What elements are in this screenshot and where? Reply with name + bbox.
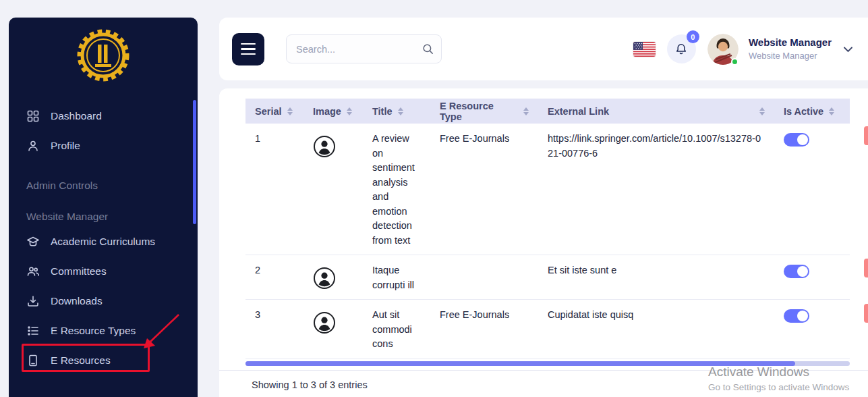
watermark-line1: Activate Windows: [708, 365, 849, 379]
profile-icon: [26, 139, 40, 153]
person-placeholder-icon: [313, 267, 336, 290]
sidebar-item-label: Academic Curriculums: [51, 236, 155, 248]
column-header-external-link[interactable]: External Link: [538, 99, 774, 124]
sort-icon: [523, 107, 529, 115]
table-header-row: Serial Image Title E Resource Type Exter…: [245, 99, 850, 124]
notification-count-badge: 0: [687, 30, 699, 43]
column-header-is-active[interactable]: Is Active: [774, 99, 850, 124]
cell-external-link: Cupidatat iste quisq: [538, 300, 774, 359]
notification-area: 0: [667, 34, 696, 63]
sidebar-item-label: Profile: [51, 140, 80, 152]
column-header-type[interactable]: E Resource Type: [430, 99, 538, 124]
cell-title: Aut sit commodi cons: [363, 300, 430, 359]
user-avatar-area: [707, 34, 739, 65]
cell-serial: 1: [245, 124, 303, 255]
cell-title: A review on sentiment analysis and emoti…: [363, 124, 430, 255]
sort-icon: [829, 107, 834, 115]
sidebar-item-label: Downloads: [51, 295, 103, 307]
user-role: Website Manager: [749, 51, 832, 61]
sidebar-item-label: E Resources: [51, 354, 111, 367]
sidebar-item-dashboard[interactable]: Dashboard: [26, 101, 180, 131]
cell-type: [430, 255, 538, 300]
cell-type: Free E-Journals: [430, 300, 538, 359]
is-active-toggle[interactable]: [784, 265, 809, 278]
table-row: 2 Itaque corrupti ill Et sit iste sunt e: [245, 255, 850, 300]
sidebar-item-e-resources[interactable]: E Resources: [26, 346, 180, 375]
cell-is-active: [774, 255, 850, 300]
sort-icon: [287, 107, 293, 115]
cell-image: [303, 300, 363, 359]
cell-external-link: https://link.springer.com/article/10.100…: [538, 124, 774, 255]
table-row: 3 Aut sit commodi cons Free E-Journals C…: [245, 300, 850, 359]
download-icon: [26, 294, 40, 308]
person-placeholder-icon: [313, 135, 336, 158]
cell-image: [303, 124, 363, 255]
main-content: Serial Image Title E Resource Type Exter…: [219, 88, 868, 397]
language-flag-us[interactable]: [633, 42, 656, 57]
dashboard-icon: [26, 109, 40, 123]
is-active-toggle[interactable]: [784, 133, 809, 147]
row-action-button-partial[interactable]: [864, 259, 868, 277]
activate-windows-watermark: Activate Windows Go to Settings to activ…: [708, 365, 849, 392]
users-icon: [26, 265, 40, 278]
e-resources-table: Serial Image Title E Resource Type Exter…: [245, 99, 850, 359]
menu-toggle-button[interactable]: [232, 33, 264, 65]
cell-is-active: [774, 124, 850, 255]
section-website-manager: Website Manager: [26, 211, 180, 223]
table-row: 1 A review on sentiment analysis and emo…: [245, 124, 850, 255]
chevron-down-icon[interactable]: [843, 46, 853, 53]
graduation-cap-icon: [26, 235, 40, 248]
online-status-dot: [731, 58, 739, 65]
cell-title: Itaque corrupti ill: [363, 255, 430, 300]
search-box: [286, 34, 442, 63]
sidebar: Dashboard Profile Admin Controls Website…: [9, 18, 198, 397]
sidebar-item-label: Committees: [51, 265, 107, 277]
sidebar-item-e-resource-types[interactable]: E Resource Types: [26, 316, 180, 346]
column-header-title[interactable]: Title: [363, 99, 430, 124]
user-text: Website Manager Website Manager: [749, 36, 832, 61]
cell-is-active: [774, 300, 850, 359]
column-header-serial[interactable]: Serial: [245, 99, 303, 124]
sidebar-item-downloads[interactable]: Downloads: [26, 286, 180, 316]
sidebar-item-academic-curriculums[interactable]: Academic Curriculums: [26, 227, 180, 257]
cell-serial: 3: [245, 300, 303, 359]
section-admin-controls: Admin Controls: [26, 180, 180, 192]
topbar-right: 0 Website Manager Website Manager: [633, 34, 853, 65]
row-action-button-partial[interactable]: [864, 304, 868, 323]
sidebar-nav: Dashboard Profile Admin Controls Website…: [9, 101, 198, 375]
topbar: 0 Website Manager Website Manager: [219, 18, 868, 80]
sort-icon: [398, 107, 403, 115]
search-input[interactable]: [296, 44, 422, 55]
sidebar-scrollbar[interactable]: [193, 100, 196, 224]
cell-serial: 2: [245, 255, 303, 300]
watermark-line2: Go to Settings to activate Windows: [708, 382, 849, 392]
bell-icon: [674, 43, 688, 56]
app-logo: [9, 27, 198, 85]
journal-icon: [26, 354, 40, 367]
cell-external-link: Et sit iste sunt e: [538, 255, 774, 300]
person-placeholder-icon: [313, 311, 336, 334]
cell-type: Free E-Journals: [430, 124, 538, 255]
sort-icon: [347, 107, 352, 115]
sidebar-item-label: E Resource Types: [51, 325, 136, 337]
column-header-image[interactable]: Image: [303, 99, 363, 124]
cell-image: [303, 255, 363, 300]
search-icon[interactable]: [422, 43, 434, 55]
sort-icon: [759, 107, 765, 115]
row-action-button-partial[interactable]: [864, 126, 868, 145]
list-icon: [26, 324, 40, 338]
sidebar-item-label: Dashboard: [51, 110, 102, 122]
sidebar-item-profile[interactable]: Profile: [26, 131, 180, 161]
user-name: Website Manager: [749, 36, 832, 49]
is-active-toggle[interactable]: [784, 309, 809, 323]
sidebar-item-committees[interactable]: Committees: [26, 257, 180, 286]
